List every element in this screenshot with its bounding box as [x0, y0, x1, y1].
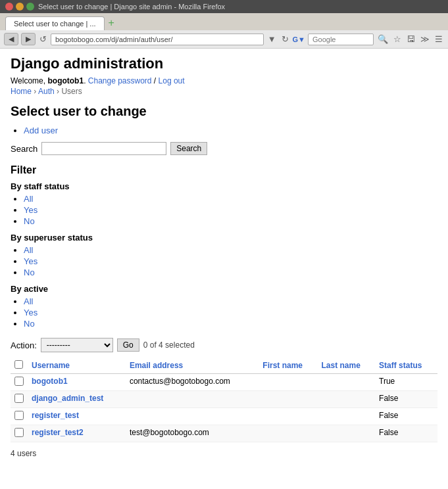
table-row: register_test2 test@bogotobogo.com False	[11, 425, 437, 442]
sort-lastname-link[interactable]: Last name	[322, 361, 361, 370]
username-link-4[interactable]: register_test2	[32, 428, 84, 437]
refresh-icon[interactable]: ↺	[38, 33, 48, 45]
table-row: register_test False	[11, 408, 437, 425]
sort-email-link[interactable]: Email address	[130, 361, 183, 370]
username-link-3[interactable]: register_test	[32, 411, 79, 420]
new-tab-button[interactable]: +	[106, 16, 117, 30]
tab-label: Select user to change | ...	[14, 20, 96, 28]
add-user-link[interactable]: Add user	[24, 126, 58, 135]
action-select[interactable]: --------- Delete selected users	[41, 338, 113, 352]
row-checkbox-1[interactable]	[14, 377, 24, 386]
staff-no-link[interactable]: No	[24, 216, 35, 226]
log-out-link[interactable]: Log out	[159, 76, 185, 85]
lastname-2	[318, 391, 376, 408]
users-breadcrumb: Users	[61, 87, 82, 96]
title-bar: Select user to change | Django site admi…	[0, 0, 448, 13]
header-username[interactable]: Username	[28, 358, 126, 374]
header-checkbox-col	[11, 358, 28, 374]
active-no-link[interactable]: No	[24, 319, 35, 329]
change-password-link[interactable]: Change password	[88, 76, 152, 85]
superuser-yes-link[interactable]: Yes	[24, 256, 37, 266]
user-table: Username Email address First name Last n…	[11, 358, 437, 442]
staffstatus-4: False	[375, 425, 437, 442]
logged-in-username: bogotob1	[47, 76, 84, 85]
site-title: Django administration	[11, 55, 437, 72]
add-user-section: Add user	[11, 126, 437, 135]
superuser-no-link[interactable]: No	[24, 268, 35, 277]
window-controls	[5, 3, 34, 11]
sort-firstname-link[interactable]: First name	[262, 361, 303, 370]
nav-bar: ◀ ▶ ↺ ▼ ↻ G▼ 🔍 ☆ 🖫 ≫ ☰	[0, 30, 448, 49]
staff-status-heading: By staff status	[11, 181, 437, 191]
select-all-checkbox[interactable]	[14, 360, 23, 369]
header-firstname[interactable]: First name	[259, 358, 317, 374]
firstname-1	[259, 374, 317, 391]
close-window-button[interactable]	[5, 3, 13, 11]
minimize-window-button[interactable]	[16, 3, 24, 11]
search-button[interactable]: Search	[170, 142, 207, 155]
save-icon[interactable]: 🖫	[405, 33, 416, 45]
header-lastname[interactable]: Last name	[318, 358, 376, 374]
lastname-4	[318, 425, 376, 442]
email-4: test@bogotobogo.com	[126, 425, 259, 442]
superuser-status-heading: By superuser status	[11, 233, 437, 243]
url-bar[interactable]	[51, 34, 264, 45]
home-breadcrumb-link[interactable]: Home	[11, 87, 32, 96]
table-header-row: Username Email address First name Last n…	[11, 358, 437, 374]
active-list: All Yes No	[24, 296, 437, 329]
dropdown-icon[interactable]: ▼	[266, 33, 278, 45]
sort-username-link[interactable]: Username	[32, 361, 70, 370]
superuser-all-link[interactable]: All	[24, 245, 33, 255]
bookmark-icon[interactable]: ☆	[392, 33, 403, 45]
user-table-body: bogotob1 contactus@bogotobogo.com True d…	[11, 374, 437, 442]
forward-button[interactable]: ▶	[21, 33, 36, 45]
window-title: Select user to change | Django site admi…	[38, 3, 225, 11]
staff-yes-link[interactable]: Yes	[24, 205, 37, 215]
email-1: contactus@bogotobogo.com	[126, 374, 259, 391]
maximize-window-button[interactable]	[26, 3, 34, 11]
action-label: Action:	[11, 340, 37, 350]
breadcrumb: Home › Auth › Users	[11, 87, 437, 96]
action-go-button[interactable]: Go	[117, 338, 139, 352]
more-icon[interactable]: ≫	[419, 33, 431, 45]
filter-section: Filter By staff status All Yes No By sup…	[11, 164, 437, 329]
sort-staffstatus-link[interactable]: Staff status	[379, 361, 422, 370]
row-checkbox-3[interactable]	[14, 411, 24, 420]
row-checkbox-2[interactable]	[14, 394, 24, 403]
firstname-3	[259, 408, 317, 425]
filter-heading: Filter	[11, 164, 437, 176]
staffstatus-2: False	[375, 391, 437, 408]
row-checkbox-4[interactable]	[14, 428, 24, 437]
username-link-1[interactable]: bogotob1	[32, 377, 68, 386]
menu-icon[interactable]: ☰	[434, 33, 444, 45]
staff-status-list: All Yes No	[24, 194, 437, 226]
active-tab[interactable]: Select user to change | ...	[5, 16, 105, 30]
active-all-link[interactable]: All	[24, 296, 33, 306]
auth-breadcrumb-link[interactable]: Auth	[38, 87, 55, 96]
staffstatus-1: True	[375, 374, 437, 391]
back-button[interactable]: ◀	[4, 33, 18, 45]
username-link-2[interactable]: django_admin_test	[32, 394, 103, 403]
firstname-2	[259, 391, 317, 408]
search-label: Search	[11, 144, 37, 154]
browser-search-input[interactable]	[308, 34, 374, 45]
page-heading: Select user to change	[11, 104, 437, 119]
search-row: Search Search	[11, 142, 437, 155]
superuser-status-list: All Yes No	[24, 245, 437, 277]
lastname-3	[318, 408, 376, 425]
browser-chrome: Select user to change | Django site admi…	[0, 0, 448, 49]
staff-all-link[interactable]: All	[24, 194, 33, 204]
page-content: Django administration Welcome, bogotob1.…	[0, 49, 448, 465]
google-logo: G▼	[293, 35, 305, 43]
search-glass-icon[interactable]: 🔍	[376, 33, 389, 45]
tab-bar: Select user to change | ... +	[0, 13, 448, 30]
header-staffstatus[interactable]: Staff status	[375, 358, 437, 374]
active-yes-link[interactable]: Yes	[24, 308, 37, 317]
header-email[interactable]: Email address	[126, 358, 259, 374]
footer-count: 4 users	[11, 449, 437, 458]
reload-icon[interactable]: ↻	[280, 33, 290, 45]
search-input[interactable]	[41, 142, 166, 155]
firstname-4	[259, 425, 317, 442]
action-row: Action: --------- Delete selected users …	[11, 338, 437, 352]
staffstatus-3: False	[375, 408, 437, 425]
